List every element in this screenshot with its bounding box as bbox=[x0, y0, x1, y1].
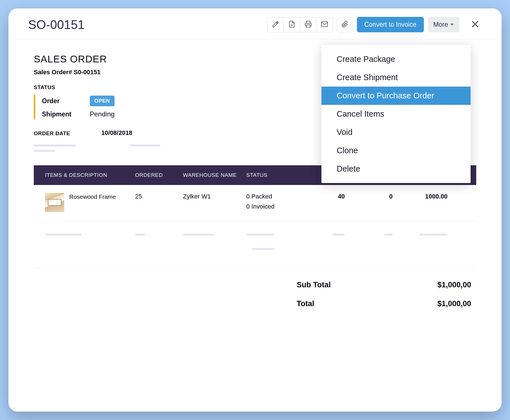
order-date-value: 10/08/2018 bbox=[101, 129, 132, 137]
subtotal-value: $1,000,00 bbox=[392, 281, 471, 289]
close-icon bbox=[471, 25, 480, 30]
cell-ordered: 25 bbox=[135, 193, 183, 213]
page-title: SO-00151 bbox=[28, 18, 267, 32]
pdf-button[interactable] bbox=[284, 17, 300, 32]
shipment-status-value: Pending bbox=[90, 110, 115, 118]
paperclip-icon bbox=[341, 21, 348, 29]
print-icon bbox=[305, 21, 312, 29]
more-dropdown: Create Package Create Shipment Convert t… bbox=[321, 45, 471, 183]
dropdown-clone[interactable]: Clone bbox=[321, 141, 471, 160]
convert-to-invoice-button[interactable]: Convert to Invoice bbox=[357, 17, 424, 32]
total-value: $1,000,00 bbox=[392, 299, 471, 308]
order-status-key: Order bbox=[42, 97, 90, 105]
shipment-status-key: Shipment bbox=[42, 110, 90, 118]
skeleton-placeholder bbox=[246, 234, 274, 236]
print-button[interactable] bbox=[300, 17, 316, 32]
item-name: Rosewood Frame bbox=[69, 193, 116, 200]
skeleton-placeholder bbox=[45, 234, 82, 236]
table-row: Rosewood Frame 25 Zylker W1 0 Packed 0 I… bbox=[34, 185, 476, 221]
pdf-icon bbox=[288, 21, 296, 29]
skeleton-placeholder bbox=[252, 248, 274, 250]
dropdown-create-package[interactable]: Create Package bbox=[321, 50, 471, 68]
th-items: ITEMS & DESCRIPTION bbox=[45, 172, 135, 178]
edit-button[interactable] bbox=[267, 17, 284, 32]
skeleton-placeholder bbox=[135, 234, 145, 236]
items-table: ITEMS & DESCRIPTION ORDERED WAREHOUSE NA… bbox=[34, 165, 476, 320]
skeleton-placeholder bbox=[34, 150, 55, 152]
table-row-placeholder bbox=[34, 221, 476, 268]
chevron-down-icon bbox=[450, 24, 454, 26]
subtotal-label: Sub Total bbox=[297, 281, 392, 289]
mail-icon bbox=[321, 21, 328, 29]
toolbar: Convert to Invoice More bbox=[267, 17, 482, 32]
more-button-label: More bbox=[433, 21, 448, 28]
totals: Sub Total $1,000,00 Total $1,000,00 bbox=[34, 268, 476, 320]
dropdown-create-shipment[interactable]: Create Shipment bbox=[321, 68, 471, 87]
dropdown-convert-to-po[interactable]: Convert to Purchase Order bbox=[321, 87, 471, 105]
cell-discount: 0 bbox=[345, 193, 393, 213]
cell-rate: 40 bbox=[303, 193, 345, 213]
email-button[interactable] bbox=[316, 17, 333, 32]
item-cell: Rosewood Frame bbox=[45, 193, 135, 213]
cell-amount: 1000.00 bbox=[393, 193, 448, 213]
svg-rect-0 bbox=[306, 25, 310, 27]
item-thumbnail bbox=[45, 193, 64, 212]
order-date-label: ORDER DATE bbox=[34, 129, 101, 137]
th-warehouse: WAREHOUSE NAME bbox=[183, 172, 246, 178]
cell-warehouse: Zylker W1 bbox=[183, 193, 246, 213]
th-status: STATUS bbox=[246, 172, 303, 178]
sales-order-window: SO-00151 bbox=[8, 8, 502, 412]
skeleton-placeholder bbox=[419, 234, 448, 236]
subtotal-row: Sub Total $1,000,00 bbox=[45, 276, 471, 294]
skeleton-placeholder bbox=[384, 234, 393, 236]
attachment-button[interactable] bbox=[337, 17, 353, 32]
total-row: Total $1,000,00 bbox=[45, 294, 471, 313]
dropdown-cancel-items[interactable]: Cancel Items bbox=[321, 105, 471, 123]
skeleton-placeholder bbox=[34, 144, 76, 146]
status-packed: 0 Packed bbox=[246, 193, 303, 200]
close-button[interactable] bbox=[468, 17, 482, 32]
dropdown-void[interactable]: Void bbox=[321, 123, 471, 141]
dropdown-delete[interactable]: Delete bbox=[321, 160, 471, 178]
status-badge: OPEN bbox=[90, 96, 115, 106]
pencil-icon bbox=[272, 21, 279, 29]
skeleton-placeholder bbox=[129, 144, 160, 146]
total-label: Total bbox=[297, 299, 392, 308]
toolbar-icon-group bbox=[267, 17, 333, 32]
header: SO-00151 bbox=[8, 8, 502, 39]
more-button[interactable]: More bbox=[428, 17, 459, 32]
cell-status: 0 Packed 0 Invoiced bbox=[246, 193, 303, 213]
th-ordered: ORDERED bbox=[135, 172, 183, 178]
status-invoiced: 0 Invoiced bbox=[246, 203, 303, 210]
skeleton-placeholder bbox=[183, 234, 214, 236]
skeleton-placeholder bbox=[332, 234, 345, 236]
